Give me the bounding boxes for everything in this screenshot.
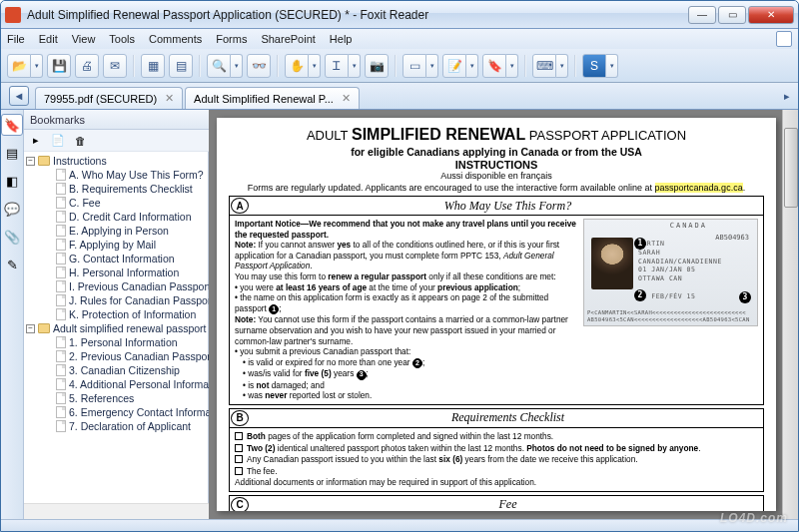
tree-item[interactable]: 3. Canadian Citizenship (42, 363, 230, 377)
tree-item[interactable]: 6. Emergency Contact Information (42, 405, 230, 419)
content-area: 🔖 ▤ ◧ 💬 📎 ✎ Bookmarks ▸ 📄 🗑 −Instruction… (1, 110, 798, 519)
find-dropdown[interactable]: ▾ (231, 54, 243, 78)
tree-item[interactable]: 4. Additional Personal Information (42, 377, 230, 391)
section-a-title: Who May Use This Form? (253, 199, 763, 214)
menu-tools[interactable]: Tools (109, 33, 135, 45)
tab-1[interactable]: 79955.pdf (SECURED)✕ (35, 87, 183, 109)
typewriter-button[interactable]: ⌨ (532, 54, 556, 78)
share-dropdown[interactable]: ▾ (606, 54, 618, 78)
hand-tool-button[interactable]: ✋ (285, 54, 309, 78)
tab-1-label: 79955.pdf (SECURED) (44, 93, 157, 105)
binoculars-button[interactable]: 👓 (247, 54, 271, 78)
menu-view[interactable]: View (72, 33, 96, 45)
tree-item[interactable]: 1. Personal Information (42, 335, 230, 349)
tree-root-1[interactable]: −Instructions (24, 154, 230, 168)
app-icon (5, 7, 21, 23)
menu-comments[interactable]: Comments (149, 33, 202, 45)
menu-sharepoint[interactable]: SharePoint (261, 33, 315, 45)
tree-item[interactable]: K. Protection of Information (42, 307, 230, 321)
bm-delete-icon[interactable]: 🗑 (72, 133, 88, 149)
tree-item[interactable]: E. Applying in Person (42, 224, 230, 238)
vertical-scrollbar[interactable] (782, 110, 798, 519)
tab-nav-forward[interactable]: ▸ (784, 90, 790, 103)
bm-new-icon[interactable]: 📄 (50, 133, 66, 149)
bm-expand-icon[interactable]: ▸ (28, 133, 44, 149)
stamp-dropdown[interactable]: ▾ (506, 54, 518, 78)
print-button[interactable]: 🖨 (75, 54, 99, 78)
open-dropdown[interactable]: ▾ (31, 54, 43, 78)
highlight-button[interactable]: ▭ (402, 54, 426, 78)
section-b-letter: B (231, 410, 249, 426)
stamp-button[interactable]: 🔖 (482, 54, 506, 78)
scrollbar-thumb[interactable] (784, 128, 798, 208)
tab-2[interactable]: Adult Simplified Renewal P...✕ (185, 87, 360, 109)
pages-tab-icon[interactable]: ▤ (1, 142, 23, 164)
tree-item[interactable]: A. Who May Use This Form? (42, 168, 230, 182)
toolbar-btn-6[interactable]: ▤ (169, 54, 193, 78)
tree-item[interactable]: D. Credit Card Information (42, 210, 230, 224)
section-b-title: Requirements Checklist (253, 410, 763, 425)
select-tool-button[interactable]: Ꮖ (325, 54, 349, 78)
tree-root-2[interactable]: −Adult simplified renewal passport (24, 321, 230, 335)
tab-2-label: Adult Simplified Renewal P... (194, 93, 334, 105)
find-button[interactable]: 🔍 (207, 54, 231, 78)
tree-item[interactable]: G. Contact Information (42, 252, 230, 266)
tree-item[interactable]: C. Fee (42, 196, 230, 210)
tree-item[interactable]: I. Previous Canadian Passport (42, 279, 230, 293)
minimize-button[interactable]: — (688, 6, 716, 24)
signatures-tab-icon[interactable]: ✎ (1, 254, 23, 275)
doc-update-note: Forms are regularly updated. Applicants … (229, 183, 764, 193)
attachments-tab-icon[interactable]: 📎 (1, 226, 23, 248)
share-button[interactable]: S (582, 54, 606, 78)
tab-nav-back[interactable]: ◄ (9, 86, 29, 106)
tree-item[interactable]: B. Requirements Checklist (42, 182, 230, 196)
select-dropdown[interactable]: ▾ (349, 54, 361, 78)
side-tab-strip: 🔖 ▤ ◧ 💬 📎 ✎ (1, 110, 24, 519)
bookmark-tree[interactable]: −Instructions A. Who May Use This Form?B… (24, 152, 230, 503)
section-c: CFee Note: Passport Canada does not acce… (229, 495, 764, 511)
layers-tab-icon[interactable]: ◧ (1, 170, 23, 192)
bookmarks-hscroll[interactable] (24, 503, 230, 519)
tree-item[interactable]: J. Rules for Canadian Passport (42, 293, 230, 307)
typewriter-dropdown[interactable]: ▾ (556, 54, 568, 78)
section-c-title: Fee (253, 497, 763, 511)
tree-item[interactable]: 2. Previous Canadian Passport (42, 349, 230, 363)
open-button[interactable]: 📂 (7, 54, 31, 78)
bookmarks-header: Bookmarks (24, 110, 230, 130)
tree-item[interactable]: 5. References (42, 391, 230, 405)
window-title: Adult Simplified Renewal Passport Applic… (27, 8, 688, 22)
tree-item[interactable]: 7. Declaration of Applicant (42, 419, 230, 433)
doc-subtitle: for eligible Canadians applying in Canad… (229, 146, 764, 158)
highlighted-url: passportcanada.gc.ca (655, 183, 743, 193)
save-button[interactable]: 💾 (47, 54, 71, 78)
note-dropdown[interactable]: ▾ (466, 54, 478, 78)
section-b: BRequirements Checklist Both pages of th… (229, 408, 764, 492)
email-button[interactable]: ✉ (103, 54, 127, 78)
close-button[interactable]: ✕ (748, 6, 794, 24)
comments-tab-icon[interactable]: 💬 (1, 198, 23, 220)
note-button[interactable]: 📝 (442, 54, 466, 78)
menu-help[interactable]: Help (330, 33, 353, 45)
menu-edit[interactable]: Edit (39, 33, 58, 45)
document-viewport[interactable]: ADULT SIMPLIFIED RENEWAL PASSPORT APPLIC… (209, 110, 798, 519)
menu-file[interactable]: File (7, 33, 25, 45)
tab-2-close[interactable]: ✕ (342, 92, 351, 105)
section-a-body: Important Notice—We recommend that you n… (235, 219, 577, 401)
tab-1-close[interactable]: ✕ (165, 92, 174, 105)
toolbar-btn-5[interactable]: ▦ (141, 54, 165, 78)
maximize-button[interactable]: ▭ (718, 6, 746, 24)
bookmarks-panel: Bookmarks ▸ 📄 🗑 −Instructions A. Who May… (24, 110, 230, 519)
hand-dropdown[interactable]: ▾ (309, 54, 321, 78)
snapshot-button[interactable]: 📷 (365, 54, 389, 78)
menu-right-button[interactable] (776, 31, 792, 47)
menu-forms[interactable]: Forms (216, 33, 247, 45)
tree-item[interactable]: H. Personal Information (42, 266, 230, 279)
passport-sample-image: CANADA AB504963 MARTIN SARAH CANADIAN/CA… (583, 219, 758, 326)
doc-instructions-label: INSTRUCTIONS (229, 159, 764, 171)
tree-item[interactable]: F. Applying by Mail (42, 238, 230, 252)
highlight-dropdown[interactable]: ▾ (426, 54, 438, 78)
section-c-letter: C (231, 497, 249, 511)
section-b-body: Both pages of the application form compl… (230, 428, 763, 491)
bookmarks-tab-icon[interactable]: 🔖 (1, 114, 23, 136)
doc-title: ADULT SIMPLIFIED RENEWAL PASSPORT APPLIC… (229, 126, 764, 144)
